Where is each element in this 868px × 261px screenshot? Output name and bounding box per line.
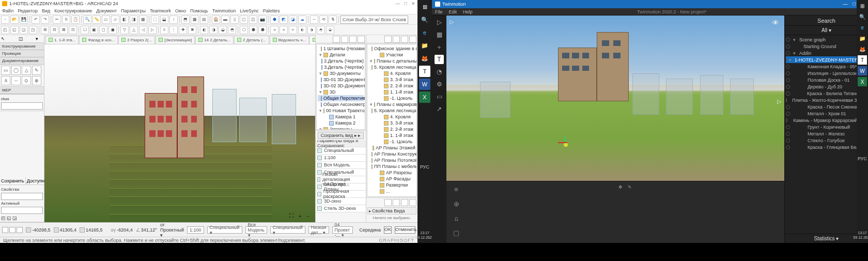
taskbar-folder-icon[interactable]: 📁 <box>858 34 867 43</box>
tree-row[interactable]: 3.Деталь (Чертёж) <box>318 64 364 70</box>
snap-icon[interactable] <box>9 227 16 233</box>
tool-icon[interactable]: ▽ <box>120 26 129 34</box>
tm-move-icon[interactable]: ✥ <box>618 185 623 190</box>
tool-icon[interactable]: ⊡ <box>69 26 77 34</box>
palette-head[interactable]: Проекция <box>0 50 44 57</box>
tool-icon[interactable]: ⬘ <box>317 26 325 34</box>
taskbar-excel-icon[interactable]: X <box>419 91 430 103</box>
tree-row[interactable]: 2.Деталь (Чертёж) <box>318 58 364 64</box>
tm-arrow-icon[interactable]: ▷ <box>777 98 781 105</box>
name-field[interactable] <box>1 102 43 110</box>
tree-row[interactable]: 5. Кровля лестница <box>368 64 415 70</box>
navigator-tree[interactable]: 1 Штампы (Независимый)▾Детали2.Деталь (Ч… <box>316 44 365 130</box>
tm-gizmo-icon[interactable] <box>558 135 574 151</box>
tm-viewplay-icon[interactable]: ▷ <box>450 19 454 25</box>
nav-btn-icon[interactable] <box>409 199 416 206</box>
nav-btn-icon[interactable] <box>349 36 357 43</box>
scene-row[interactable]: Краска - Белила Титановые <box>786 90 867 97</box>
tool-icon[interactable]: ◯ <box>11 66 21 75</box>
taskbar-twinmotion-icon[interactable]: T <box>858 55 867 65</box>
scene-row[interactable]: Starting Ground <box>786 43 867 50</box>
tool-icon[interactable]: ⊟ <box>50 26 58 34</box>
tree-row[interactable]: 1. 1-й этаж <box>368 89 415 95</box>
tree-row[interactable]: ПП Планы с мебелью <box>368 163 415 170</box>
tree-row[interactable]: 4. Кровля <box>368 114 415 120</box>
tool-icon[interactable]: ↕ <box>169 16 178 24</box>
tree-row[interactable]: Камера 1 <box>318 114 364 120</box>
tool-icon[interactable]: ⊙ <box>22 76 31 85</box>
tool-icon[interactable]: ▦ <box>139 16 147 24</box>
tool-icon[interactable]: ≡ <box>160 26 168 34</box>
tm-eye-icon[interactable]: 👁 <box>772 19 779 27</box>
undo-icon[interactable]: ↶ <box>32 16 40 24</box>
view-tab[interactable]: Ведомость ч... <box>270 36 309 44</box>
origin-combo[interactable]: от Проектный ▾ <box>160 222 184 238</box>
tool-icon[interactable]: ◻ <box>99 26 107 34</box>
nav-btn-icon[interactable] <box>341 36 348 43</box>
tool-icon[interactable]: ⊞ <box>41 26 49 34</box>
tm-plus-icon[interactable]: ＋ <box>435 42 444 52</box>
save-icon[interactable]: 💾 <box>20 16 28 24</box>
close-icon[interactable]: ✕ <box>411 1 415 6</box>
tool-icon[interactable]: ◨ <box>130 16 138 24</box>
tm-media-icon[interactable]: ▭ <box>435 92 444 101</box>
zoom-out-icon[interactable]: － <box>306 213 313 220</box>
tm-wand-icon[interactable]: ✎ <box>628 185 632 190</box>
tm-context-icon[interactable]: ◔ <box>435 67 444 76</box>
menu-edit[interactable]: Редактор <box>18 8 38 13</box>
minimize-icon[interactable]: — <box>843 2 848 7</box>
scene-row[interactable]: Дерево - Дуб 20 <box>786 83 867 90</box>
archicad-menubar[interactable]: Файл Редактор Вид Конструирование Докуме… <box>0 7 417 14</box>
tree-row[interactable]: АР Планы Конструкций <box>368 151 415 157</box>
zoom-in-icon[interactable]: ＋ <box>298 213 305 220</box>
view-tab[interactable]: [3D / Все] <box>309 36 315 44</box>
tree-row[interactable]: 3D-01 3D-Документ (Автом <box>318 76 364 83</box>
tool-icon[interactable]: ↔ <box>11 76 21 85</box>
twinmotion-titlebar[interactable]: Twinmotion — □ ✕ <box>432 0 868 8</box>
view-tab[interactable]: 1. 1-й эта... <box>45 36 79 44</box>
tool-icon[interactable]: ⟣ <box>289 26 297 34</box>
tool-icon[interactable]: ✖ <box>188 26 196 34</box>
tool-icon[interactable]: ▭ <box>102 16 110 24</box>
taskbar-start-icon[interactable]: ⊞ <box>858 1 867 10</box>
tree-row[interactable]: АР Планы Потолков <box>368 157 415 163</box>
menu-document[interactable]: Документ <box>96 8 117 13</box>
tree-row[interactable]: 5. Кровля лестница <box>368 108 415 114</box>
tree-row[interactable]: ... <box>368 188 415 194</box>
settings-row[interactable]: Стиль 3D-окна <box>316 205 366 212</box>
tree-row[interactable]: 2. 2-й этаж <box>368 83 415 89</box>
nav-btn-icon[interactable] <box>384 36 392 43</box>
tool-icon[interactable]: ◰ <box>1 26 9 34</box>
tool-icon[interactable]: ⬣ <box>258 26 267 34</box>
taskbar-folder-icon[interactable]: 📁 <box>419 40 430 51</box>
taskbar-clock[interactable]: 13:1709.12.2020 <box>853 231 868 242</box>
elevation-icon[interactable]: ◪ <box>289 16 297 24</box>
scene-row[interactable]: Изоляция - Целлюлозн <box>786 70 867 76</box>
view-tab[interactable]: [Экспликация] <box>156 36 195 44</box>
window3d-icon[interactable]: ▯ <box>230 16 239 24</box>
tree-row[interactable]: -1. Цоколь <box>368 139 415 145</box>
view-tab[interactable]: 14 2.Деталь... <box>195 36 234 44</box>
taskbar-twinmotion-icon[interactable]: T <box>419 66 430 77</box>
tool-icon[interactable]: ◰ <box>1 216 6 221</box>
tool-icon[interactable]: ☐ <box>81 26 89 34</box>
opt-combo[interactable]: Специальный ▾ <box>270 226 305 234</box>
tool-icon[interactable]: ◲ <box>12 216 17 221</box>
twinmotion-menubar[interactable]: File Edit Help Twinmotion 2020.2 - New p… <box>432 8 868 16</box>
scene-row[interactable]: Краска - Песок Сиенна <box>786 103 867 110</box>
tool-icon[interactable]: ◱ <box>7 216 11 221</box>
tree-row[interactable]: АР Планы Этажей <box>368 145 415 151</box>
tm-search-head[interactable]: Search <box>785 16 868 26</box>
nav-btn-icon[interactable] <box>393 36 400 43</box>
scene-row[interactable]: ▾1-HOTEL-ZVEZDNY-MASTER+BIG.pln <box>786 56 867 63</box>
redo-icon[interactable]: ↷ <box>41 16 49 24</box>
tool-icon[interactable]: ⟲ <box>319 16 328 24</box>
swatch[interactable] <box>1 207 43 214</box>
tool-icon[interactable]: ⬖ <box>298 26 306 34</box>
tm-menu-icon[interactable]: ≡ <box>452 185 461 194</box>
menu-livesync[interactable]: LiveSync <box>240 8 259 13</box>
tree-row[interactable]: Развертки <box>368 182 415 188</box>
nav-btn-icon[interactable] <box>384 199 392 206</box>
tool-icon[interactable]: ◁ <box>139 26 147 34</box>
menu-options[interactable]: Параметры <box>121 8 146 13</box>
